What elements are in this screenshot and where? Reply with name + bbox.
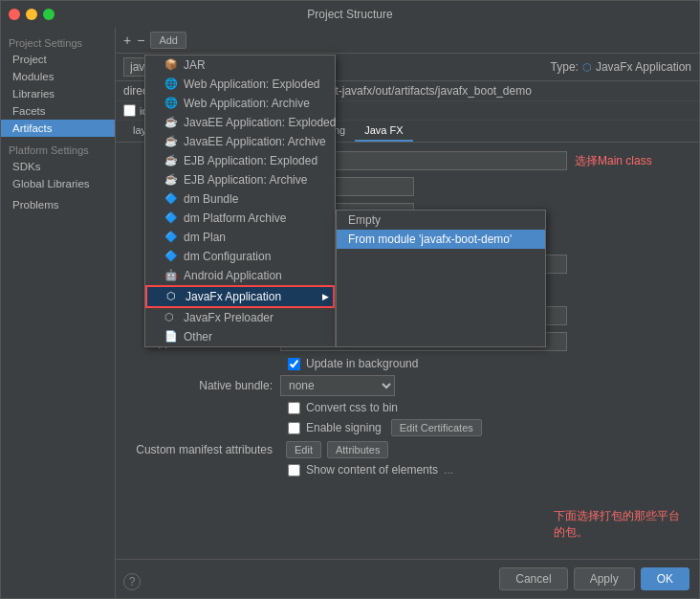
help-icon[interactable]: ? xyxy=(123,573,141,590)
jee-icon-1: ☕ xyxy=(164,116,178,129)
title-bar: Project Structure xyxy=(1,1,699,28)
enable-signing-label: Enable signing xyxy=(306,421,382,434)
convert-css-label: Convert css to bin xyxy=(306,401,398,414)
sidebar-item-artifacts[interactable]: Artifacts xyxy=(1,120,115,137)
type-label: Type: ⬡ JavaFx Application xyxy=(551,60,691,74)
dm-icon-4: 🔷 xyxy=(164,250,178,263)
dropdown-item-dm-platform[interactable]: 🔷 dm Platform Archive xyxy=(145,209,335,228)
dropdown-item-android[interactable]: 🤖 Android Application xyxy=(145,266,335,285)
minimize-button[interactable] xyxy=(26,9,37,20)
dropdown-item-dm-config[interactable]: 🔷 dm Configuration xyxy=(145,247,335,266)
dropdown-item-javafx-app[interactable]: ⬡ JavaFx Application xyxy=(145,285,335,308)
sidebar-project-settings: Project Settings Project Modules Librari… xyxy=(1,32,115,139)
update-bg-label: Update in background xyxy=(306,357,418,370)
show-content-row: Show content of elements ... xyxy=(127,463,688,477)
enable-signing-checkbox[interactable] xyxy=(288,422,300,434)
cancel-button[interactable]: Cancel xyxy=(499,567,567,590)
android-icon: 🤖 xyxy=(164,269,178,282)
ejb-icon-1: ☕ xyxy=(164,154,178,167)
javafx-icon-1: ⬡ xyxy=(166,290,180,303)
sidebar-section-project-settings: Project Settings xyxy=(1,33,115,51)
minus-icon[interactable]: − xyxy=(137,33,144,48)
dropdown-item-dm-bundle[interactable]: 🔷 dm Bundle xyxy=(145,189,335,209)
dropdown-item-ejb-archive[interactable]: ☕ EJB Application: Archive xyxy=(145,170,335,189)
submenu-item-empty[interactable]: Empty xyxy=(337,211,545,230)
dropdown-list: 📦 JAR 🌐 Web Application: Exploded 🌐 Web … xyxy=(144,55,336,347)
dropdown-submenu: Empty From module 'javafx-boot-demo' xyxy=(336,210,546,347)
native-bundle-select[interactable]: none xyxy=(280,375,395,396)
web-icon-2: 🌐 xyxy=(164,97,178,110)
apply-button[interactable]: Apply xyxy=(574,567,635,590)
type-value: JavaFx Application xyxy=(596,60,691,74)
native-bundle-label: Native bundle: xyxy=(127,379,280,392)
web-icon-1: 🌐 xyxy=(164,78,178,91)
convert-css-checkbox[interactable] xyxy=(288,402,300,414)
custom-manifest-label: Custom manifest attributes xyxy=(127,443,280,456)
top-toolbar: + − Add xyxy=(116,28,699,54)
manifest-edit-button[interactable]: Edit xyxy=(286,441,321,458)
dropdown-item-javafx-preloader[interactable]: ⬡ JavaFx Preloader xyxy=(145,308,335,327)
javafx-icon-2: ⬡ xyxy=(164,311,178,324)
dropdown-item-webapp-exploded[interactable]: 🌐 Web Application: Exploded xyxy=(145,75,335,94)
ejb-icon-2: ☕ xyxy=(164,173,178,187)
manifest-attributes-button[interactable]: Attributes xyxy=(327,441,388,458)
type-icon: ⬡ xyxy=(582,61,592,74)
sidebar-item-modules[interactable]: Modules xyxy=(1,68,115,85)
traffic-lights xyxy=(9,9,55,20)
sidebar-item-facets[interactable]: Facets xyxy=(1,102,115,120)
jee-icon-2: ☕ xyxy=(164,135,178,148)
type-label-text: Type: xyxy=(551,60,579,74)
dm-icon-2: 🔷 xyxy=(164,211,178,225)
close-button[interactable] xyxy=(9,9,20,20)
sidebar-section-platform-settings: Platform Settings xyxy=(1,141,115,158)
sidebar-item-project[interactable]: Project xyxy=(1,51,115,68)
dropdown-popup: 📦 JAR 🌐 Web Application: Exploded 🌐 Web … xyxy=(144,55,546,347)
main-class-hint: 选择Main class xyxy=(575,153,652,169)
dropdown-item-webapp-archive[interactable]: 🌐 Web Application: Archive xyxy=(145,94,335,113)
show-content-ellipsis: ... xyxy=(444,463,453,477)
sidebar-item-libraries[interactable]: Libraries xyxy=(1,85,115,102)
dropdown-item-ejb-exploded[interactable]: ☕ EJB Application: Exploded xyxy=(145,151,335,170)
add-button[interactable]: Add xyxy=(150,32,186,49)
main-content: Project Settings Project Modules Librari… xyxy=(1,28,699,598)
include-in-build-checkbox[interactable] xyxy=(123,104,136,117)
dm-icon-3: 🔷 xyxy=(164,231,178,244)
dropdown-item-javaee-exploded[interactable]: ☕ JavaEE Application: Exploded xyxy=(145,113,335,132)
update-bg-checkbox[interactable] xyxy=(288,358,300,370)
update-bg-row: Update in background xyxy=(127,357,688,370)
right-panel: + − Add Type: ⬡ JavaFx Application direc… xyxy=(116,28,699,598)
sidebar-item-sdks[interactable]: SDKs xyxy=(1,158,115,175)
plus-icon[interactable]: + xyxy=(123,33,131,48)
edit-certs-button[interactable]: Edit Certificates xyxy=(391,419,482,436)
dropdown-item-other[interactable]: 📄 Other xyxy=(145,327,335,346)
jar-icon: 📦 xyxy=(164,58,178,72)
dropdown-item-dm-plan[interactable]: 🔷 dm Plan xyxy=(145,228,335,247)
submenu-item-from-module[interactable]: From module 'javafx-boot-demo' xyxy=(337,230,545,249)
convert-css-row: Convert css to bin xyxy=(127,401,688,414)
dropdown-item-javaee-archive[interactable]: ☕ JavaEE Application: Archive xyxy=(145,132,335,151)
window-title: Project Structure xyxy=(307,8,392,21)
sidebar-item-global-libraries[interactable]: Global Libraries xyxy=(1,175,115,192)
project-structure-window: Project Structure Project Settings Proje… xyxy=(0,0,700,599)
show-content-label: Show content of elements xyxy=(306,463,438,477)
maximize-button[interactable] xyxy=(43,9,55,20)
enable-signing-row: Enable signing Edit Certificates xyxy=(127,419,688,436)
manifest-row: Custom manifest attributes Edit Attribut… xyxy=(127,441,688,458)
dropdown-item-jar[interactable]: 📦 JAR xyxy=(145,55,335,75)
ok-button[interactable]: OK xyxy=(641,567,689,590)
dm-icon-1: 🔷 xyxy=(164,192,178,206)
other-icon: 📄 xyxy=(164,330,178,344)
sidebar-item-problems[interactable]: Problems xyxy=(1,196,115,213)
sidebar-platform-settings: Platform Settings SDKs Global Libraries xyxy=(1,139,115,194)
sidebar: Project Settings Project Modules Librari… xyxy=(1,28,116,598)
sidebar-problems: Problems xyxy=(1,194,115,215)
native-bundle-row: Native bundle: none xyxy=(127,375,688,396)
show-content-checkbox[interactable] xyxy=(288,464,300,477)
bottom-bar: Cancel Apply OK xyxy=(116,559,699,598)
